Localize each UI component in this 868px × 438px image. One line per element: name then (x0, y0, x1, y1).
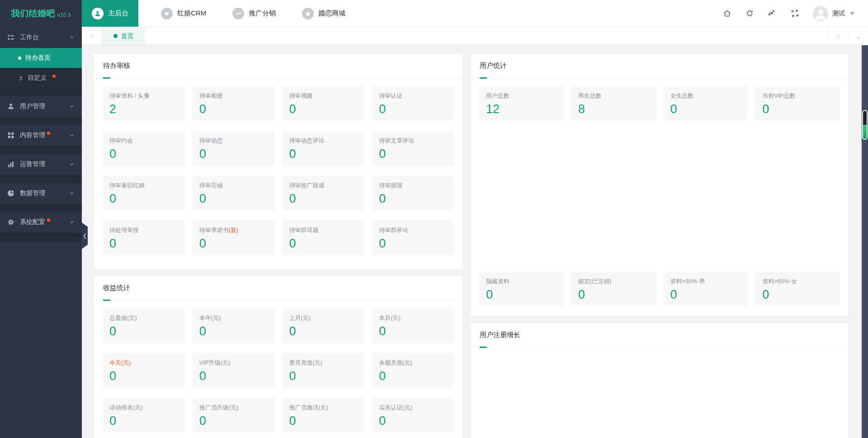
header-tab-promotion[interactable]: 推广分销 (222, 0, 286, 27)
menu-separator (0, 233, 82, 241)
stat-label: 实名认证(元) (379, 404, 447, 412)
stat-tile: 待审文章评论0 (372, 131, 454, 166)
fullscreen-icon[interactable] (790, 9, 799, 18)
stat-value: 0 (199, 415, 268, 427)
topbar: 主后台红娘CRM推广分销婚恋商城 测试 (82, 0, 868, 27)
stat-label-new-flag: (新) (229, 227, 239, 233)
sidebar-item-operations[interactable]: 运营管理 (0, 154, 82, 175)
scrollbar-thumb-top (863, 111, 867, 125)
stat-tile: 总盈收(元)0 (102, 308, 185, 343)
stat-value: 0 (199, 193, 268, 205)
stat-tile: 待审认证0 (372, 86, 454, 121)
stat-tile: 男生总数8 (571, 86, 656, 121)
chevron-down-icon (69, 133, 75, 138)
user-name: 测试 (832, 10, 845, 18)
stat-label: 待审群评论 (379, 226, 447, 234)
stat-tile: 待审动态0 (192, 131, 275, 166)
sidebar-item-system-config[interactable]: 系统配置 (0, 212, 82, 233)
sidebar-item-user-mgmt[interactable]: 用户管理 (0, 96, 82, 117)
stat-label: 活动报名(元) (109, 404, 178, 412)
tab-home[interactable]: 首页 (102, 27, 145, 45)
stat-value: 0 (379, 103, 447, 115)
tab-home-label: 首页 (121, 32, 134, 40)
sidebar-item-custom[interactable]: ±自定义 (0, 68, 82, 88)
stat-label: 资料>50%-女 (762, 277, 833, 286)
stat-label: 资料>50%-男 (670, 277, 741, 286)
stat-value: 0 (109, 415, 178, 427)
tabs-menu-button[interactable]: ⌄ (848, 27, 868, 45)
stat-tile: 待审资料 / 头像2 (102, 86, 185, 121)
stat-value: 0 (379, 193, 447, 205)
sidebar-item-label: 数据管理 (20, 189, 45, 197)
piechart-icon (7, 190, 14, 197)
chevron-down-icon (850, 12, 854, 15)
avatar (813, 6, 828, 21)
header-tab-mall[interactable]: 婚恋商城 (292, 0, 355, 27)
user-menu[interactable]: 测试 (813, 6, 854, 21)
module-tabs: 主后台红娘CRM推广分销婚恋商城 (82, 0, 362, 27)
menu-separator (0, 88, 82, 96)
panel-revenue-stats: 收益统计 总盈收(元)0本年(元)0上月(元)0本月(元)0今天(元)0VIP升… (94, 276, 462, 438)
sidebar-item-data-mgmt[interactable]: 数据管理 (0, 183, 82, 204)
sidebar-item-content-mgmt[interactable]: 内容管理 (0, 125, 82, 146)
home-icon[interactable] (722, 9, 731, 18)
stat-value: 8 (578, 103, 649, 115)
stat-value: 0 (379, 415, 447, 427)
sidebar-collapse-handle[interactable]: ❮ (82, 223, 88, 249)
scrollbar-thumb[interactable] (862, 110, 868, 140)
sidebar-item-label: 系统配置 (20, 218, 45, 226)
stat-tile: 待审兼职红娘0 (102, 176, 185, 210)
stat-label: 待审相册 (199, 92, 268, 100)
sidebar-item-label: 运营管理 (20, 160, 45, 168)
chevron-up-icon (69, 35, 75, 40)
stat-label: 待审动态 (199, 137, 268, 145)
stat-value: 0 (289, 415, 358, 427)
panel-title: 用户统计 (471, 54, 848, 78)
refresh-icon[interactable] (745, 9, 754, 18)
tabs-scroll-left-button[interactable]: ‹ (82, 27, 102, 45)
todo-tiles: 待审资料 / 头像2待审相册0待审视频0待审认证0待审约会0待审动态0待审动态评… (94, 78, 462, 255)
sidebar-item-workbench[interactable]: 工作台 (0, 27, 82, 48)
revenue-tiles: 总盈收(元)0本年(元)0上月(元)0本月(元)0今天(元)0VIP升级(元)0… (94, 300, 462, 433)
stat-tile: 资料>50%-女0 (755, 271, 840, 306)
stat-value: 0 (670, 103, 741, 115)
panel-title: 用户注册增长 (471, 323, 848, 348)
sidebar-item-todo-home[interactable]: 待办首页 (0, 48, 82, 68)
stat-value: 0 (379, 325, 447, 338)
trend-icon (232, 8, 244, 19)
stat-value: 0 (199, 148, 268, 160)
page-tabbar: ‹ 首页 › ⌄ (82, 27, 868, 45)
stat-tile: 余额充值(元)0 (372, 353, 454, 388)
stat-label: 锁定(已注销) (578, 277, 649, 286)
tabs-scroll-right-button[interactable]: › (828, 27, 848, 45)
stat-value: 0 (486, 289, 557, 301)
chevron-down-icon (69, 162, 75, 167)
admin-app: 我们结婚吧 v10.3 工作台待办首页±自定义用户管理内容管理运营管理数据管理系… (0, 0, 868, 438)
stat-tile: 待审推广提成0 (282, 176, 365, 210)
clear-cache-icon[interactable] (768, 9, 777, 18)
stat-value: 0 (289, 325, 358, 338)
scrollbar-track[interactable] (862, 45, 868, 438)
stat-value: 2 (109, 103, 178, 115)
bag-icon (302, 8, 314, 19)
stat-value: 0 (289, 238, 358, 250)
stat-value: 0 (762, 103, 833, 115)
sidebar: 我们结婚吧 v10.3 工作台待办首页±自定义用户管理内容管理运营管理数据管理系… (0, 0, 82, 438)
app-title: 我们结婚吧 (11, 8, 56, 19)
app-logo[interactable]: 我们结婚吧 v10.3 (0, 0, 82, 27)
person-icon (92, 8, 104, 19)
stat-tile: 爱豆充值(元)0 (282, 353, 365, 388)
right-column: 用户统计 用户总数12男生总数8女生总数0当前VIP总数0 隐藏资料0锁定(已注… (471, 54, 854, 438)
stat-tile: 本年(元)0 (192, 308, 275, 343)
stat-label: 总盈收(元) (109, 314, 178, 322)
active-item-dot (18, 57, 21, 60)
panel-todo-review: 待办审核 待审资料 / 头像2待审相册0待审视频0待审认证0待审约会0待审动态0… (94, 54, 462, 270)
sidebar-menu: 工作台待办首页±自定义用户管理内容管理运营管理数据管理系统配置 (0, 27, 82, 438)
header-tab-main-admin[interactable]: 主后台 (82, 0, 138, 27)
header-tab-label: 婚恋商城 (318, 9, 345, 18)
stat-label: 本年(元) (199, 314, 268, 322)
stat-tile: 本月(元)0 (372, 308, 454, 343)
header-tab-matchmaker-crm[interactable]: 红娘CRM (151, 0, 216, 27)
menu-separator (0, 204, 82, 212)
chevron-right-icon: › (837, 33, 840, 40)
